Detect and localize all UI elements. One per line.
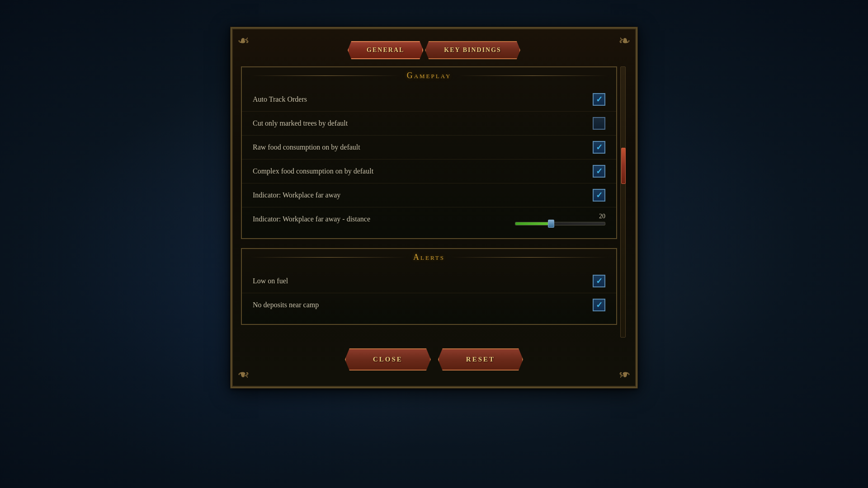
scrollbar-thumb[interactable] [621,148,626,184]
indicator-distance-slider-container: 20 [515,213,605,225]
low-fuel-checkbox-bg: ✓ [593,275,605,287]
indicator-distance-slider-fill [515,222,551,225]
modal-frame: ❧ ❧ GENERAL KEY BINDINGS Gameplay Auto T… [231,27,637,388]
complex-food-checkbox-bg: ✓ [593,165,605,178]
setting-indicator-distance: Indicator: Workplace far away - distance… [242,207,616,231]
complex-food-checkmark: ✓ [596,167,603,175]
no-deposits-checkmark: ✓ [596,301,603,309]
bottom-ornament-right: ❧ [618,366,631,383]
raw-food-checkmark: ✓ [596,143,603,151]
low-fuel-checkbox[interactable]: ✓ [593,275,605,287]
complex-food-label: Complex food consumption on by default [253,167,373,175]
gameplay-section: Gameplay Auto Track Orders ✓ Cut onl [241,66,617,239]
close-button[interactable]: CLOSE [345,348,431,371]
reset-button[interactable]: RESET [438,348,523,371]
bottom-ornament-left: ❧ [237,366,250,383]
alerts-title: Alerts [406,253,452,262]
gameplay-title: Gameplay [400,71,459,80]
raw-food-checkbox-bg: ✓ [593,141,605,154]
settings-modal: ❧ ❧ GENERAL KEY BINDINGS Gameplay Auto T… [231,27,637,461]
raw-food-checkbox[interactable]: ✓ [593,141,605,154]
tab-keybindings[interactable]: KEY BINDINGS [425,41,520,59]
indicator-distance-slider-track[interactable] [515,222,605,225]
alerts-header: Alerts [242,249,616,266]
scrollbar-track[interactable] [620,66,626,338]
setting-indicator-workplace: Indicator: Workplace far away ✓ [242,183,616,207]
setting-complex-food: Complex food consumption on by default ✓ [242,159,616,183]
content-scroll-area: Gameplay Auto Track Orders ✓ Cut onl [241,66,627,338]
setting-low-fuel: Low on fuel ✓ [242,269,616,293]
cut-trees-label: Cut only marked trees by default [253,119,348,127]
indicator-workplace-label: Indicator: Workplace far away [253,191,340,199]
complex-food-checkbox[interactable]: ✓ [593,165,605,178]
auto-track-checkbox-bg: ✓ [593,93,605,106]
cut-trees-checkbox[interactable] [593,117,605,130]
auto-track-checkbox[interactable]: ✓ [593,93,605,106]
indicator-distance-slider-thumb[interactable] [548,220,554,228]
low-fuel-label: Low on fuel [253,277,288,285]
content-area: Gameplay Auto Track Orders ✓ Cut onl [241,66,617,338]
setting-no-deposits: No deposits near camp ✓ [242,293,616,317]
indicator-workplace-checkmark: ✓ [596,191,603,199]
low-fuel-checkmark: ✓ [596,277,603,285]
tab-general[interactable]: GENERAL [348,41,423,59]
no-deposits-label: No deposits near camp [253,301,319,309]
bottom-buttons: CLOSE RESET [241,348,627,378]
setting-auto-track: Auto Track Orders ✓ [242,88,616,111]
auto-track-checkmark: ✓ [596,95,603,103]
auto-track-label: Auto Track Orders [253,95,307,103]
no-deposits-checkbox[interactable]: ✓ [593,299,605,311]
indicator-workplace-checkbox-bg: ✓ [593,189,605,202]
tabs-row: GENERAL KEY BINDINGS [241,41,627,59]
indicator-workplace-checkbox[interactable]: ✓ [593,189,605,202]
scrollbar[interactable] [619,66,627,338]
indicator-distance-label: Indicator: Workplace far away - distance [253,215,370,223]
alerts-section: Alerts Low on fuel ✓ No deposits nea [241,248,617,325]
raw-food-label: Raw food consumption on by default [253,143,360,151]
setting-cut-trees: Cut only marked trees by default [242,111,616,135]
setting-raw-food: Raw food consumption on by default ✓ [242,135,616,159]
cut-trees-checkbox-bg [593,117,605,130]
gameplay-header: Gameplay [242,67,616,84]
no-deposits-checkbox-bg: ✓ [593,299,605,311]
indicator-distance-value: 20 [599,213,605,220]
